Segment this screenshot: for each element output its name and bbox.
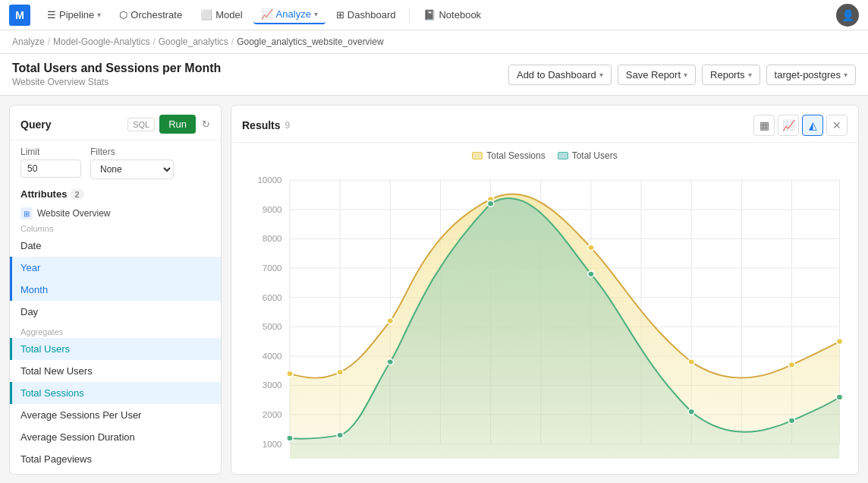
chevron-down-icon-analyze: ▾ <box>314 10 318 18</box>
results-title: Results <box>242 119 281 131</box>
save-report-button[interactable]: Save Report ▾ <box>618 65 696 85</box>
analyze-icon: 📈 <box>261 8 273 20</box>
chevron-down-icon-dashboard: ▾ <box>599 71 603 79</box>
refresh-icon[interactable]: ↻ <box>202 118 210 130</box>
attr-date-label: Date <box>20 240 41 251</box>
svg-text:4000: 4000 <box>263 352 282 360</box>
attr-total-users[interactable]: Total Users <box>10 338 221 360</box>
attr-total-new-users[interactable]: Total New Users <box>10 360 221 382</box>
breadcrumb-analyze[interactable]: Analyze <box>12 36 45 47</box>
line-chart-button[interactable]: 📈 <box>778 115 799 136</box>
svg-text:3000: 3000 <box>263 381 282 390</box>
legend-users-swatch <box>558 152 568 159</box>
attr-avg-sessions-per-user[interactable]: Average Sessions Per User <box>10 404 221 426</box>
add-to-dashboard-button[interactable]: Add to Dashboard ▾ <box>508 65 612 85</box>
attr-avg-pageviews-per-session[interactable]: Average Pageviews Per Session <box>10 470 221 474</box>
nav-analyze[interactable]: 📈 Analyze ▾ <box>253 5 326 24</box>
attr-section-name: Website Overview <box>37 208 110 219</box>
svg-text:6000: 6000 <box>263 293 282 301</box>
attr-total-sessions[interactable]: Total Sessions <box>10 382 221 404</box>
page-title-group: Total Users and Sessions per Month Websi… <box>12 62 221 87</box>
breadcrumb: Analyze / Model-Google-Analytics / Googl… <box>0 30 868 54</box>
svg-text:5000: 5000 <box>263 323 282 331</box>
user-dot-7 <box>788 418 794 424</box>
panel-controls: SQL Run ↻ <box>127 115 210 134</box>
legend-users-label: Total Users <box>572 150 618 161</box>
nav-model[interactable]: ⬜ Model <box>193 6 250 24</box>
close-chart-button[interactable]: ✕ <box>826 115 848 136</box>
nav-notebook-label: Notebook <box>439 9 481 21</box>
breadcrumb-sep-2: / <box>153 36 155 47</box>
svg-text:8000: 8000 <box>263 235 282 243</box>
area-chart-icon: ◭ <box>809 119 817 131</box>
notebook-icon: 📓 <box>423 9 436 21</box>
chart-svg-container: 10000 9000 8000 7000 6000 5000 4000 3000… <box>242 166 848 459</box>
breadcrumb-google-analytics[interactable]: Google_analytics <box>159 36 228 47</box>
attr-total-pageviews[interactable]: Total Pageviews <box>10 448 221 470</box>
limit-label: Limit <box>20 147 81 157</box>
svg-text:10000: 10000 <box>257 176 281 185</box>
nav-notebook[interactable]: 📓 Notebook <box>416 6 489 24</box>
nav-pipeline[interactable]: ☰ Pipeline ▾ <box>39 6 108 24</box>
session-dot-6 <box>688 359 694 365</box>
attr-month[interactable]: Month <box>10 279 221 301</box>
user-dot-2 <box>337 432 343 438</box>
nav-dashboard[interactable]: ⊞ Dashboard <box>329 6 404 24</box>
user-dot-6 <box>688 409 694 415</box>
results-panel: Results 9 ▦ 📈 ◭ ✕ <box>231 105 859 475</box>
session-dot-1 <box>287 371 293 377</box>
page-actions: Add to Dashboard ▾ Save Report ▾ Reports… <box>508 65 856 85</box>
results-title-row: Results 9 <box>242 119 290 131</box>
hamburger-icon: ☰ <box>47 9 56 21</box>
breadcrumb-sep-1: / <box>48 36 50 47</box>
bar-chart-button[interactable]: ▦ <box>753 115 775 136</box>
nav-analyze-label: Analyze <box>276 8 311 20</box>
nav-orchestrate[interactable]: ⬡ Orchestrate <box>112 6 190 24</box>
session-dot-8 <box>836 339 842 345</box>
results-count: 9 <box>285 120 291 131</box>
close-icon: ✕ <box>832 119 841 131</box>
nav-model-label: Model <box>215 9 242 21</box>
attr-year[interactable]: Year <box>10 257 221 279</box>
orchestrate-icon: ⬡ <box>119 9 127 21</box>
table-icon: ⊞ <box>20 207 33 219</box>
line-chart-icon: 📈 <box>782 119 795 131</box>
chart-legend: Total Sessions Total Users <box>242 150 848 161</box>
attr-day-label: Day <box>20 306 38 317</box>
attr-total-users-label: Total Users <box>20 343 70 355</box>
attr-date[interactable]: Date <box>10 235 221 257</box>
run-button[interactable]: Run <box>159 115 196 134</box>
target-postgres-button[interactable]: target-postgres ▾ <box>766 65 856 85</box>
attr-month-label: Month <box>20 284 48 295</box>
legend-sessions-label: Total Sessions <box>486 150 545 161</box>
nav-pipeline-label: Pipeline <box>59 9 94 21</box>
user-dot-5 <box>588 271 594 277</box>
attr-total-new-users-label: Total New Users <box>20 365 93 377</box>
breadcrumb-model[interactable]: Model-Google-Analytics <box>53 36 149 47</box>
bar-chart-icon: ▦ <box>760 119 769 131</box>
page-header: Total Users and Sessions per Month Websi… <box>0 54 868 96</box>
sql-badge[interactable]: SQL <box>127 118 155 131</box>
attr-year-label: Year <box>20 262 40 273</box>
svg-text:9000: 9000 <box>263 205 282 213</box>
attributes-count: 2 <box>70 189 83 200</box>
filters-select[interactable]: None <box>90 159 174 179</box>
limit-input[interactable] <box>20 159 81 178</box>
attribute-list: ⊞ Website Overview Columns Date Year Mon… <box>10 203 221 474</box>
attributes-header: Attributes 2 <box>10 184 221 203</box>
user-dot-4 <box>487 200 493 207</box>
attr-avg-session-duration[interactable]: Average Session Duration <box>10 426 221 448</box>
area-chart-button[interactable]: ◭ <box>802 115 823 136</box>
query-panel: Query SQL Run ↻ Limit Filters None <box>9 105 222 475</box>
user-avatar[interactable]: 👤 <box>836 4 859 27</box>
attr-total-sessions-label: Total Sessions <box>20 387 84 399</box>
chevron-down-icon-save: ▾ <box>684 71 687 79</box>
app-logo[interactable]: M <box>9 5 30 26</box>
chevron-down-icon-target: ▾ <box>844 71 848 79</box>
svg-text:2000: 2000 <box>263 410 282 418</box>
chevron-down-icon-reports: ▾ <box>748 71 752 79</box>
session-dot-7 <box>788 362 794 368</box>
attr-total-pageviews-label: Total Pageviews <box>20 453 92 465</box>
attr-day[interactable]: Day <box>10 301 221 323</box>
reports-button[interactable]: Reports ▾ <box>702 65 760 85</box>
